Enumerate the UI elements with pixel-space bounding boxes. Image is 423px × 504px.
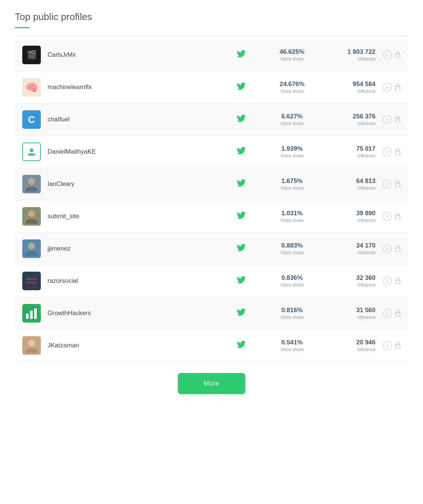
voice-share-value: 46.625% <box>268 48 316 56</box>
table-row: JKatzaman 0.541% Voice share 20 946 Infl… <box>15 330 408 362</box>
voice-share-value: 6.627% <box>268 113 316 120</box>
svg-rect-13 <box>396 248 400 252</box>
header-divider <box>15 36 408 36</box>
influence-block: 31 560 Influence <box>327 307 376 320</box>
svg-rect-14 <box>396 280 400 284</box>
voice-share-block: 0.541% Voice share <box>268 339 316 352</box>
influence-value: 39 890 <box>327 210 376 217</box>
voice-share-label: Voice share <box>268 347 316 352</box>
voice-share-label: Voice share <box>268 153 316 158</box>
lock-icon[interactable] <box>395 213 401 220</box>
voice-share-label: Voice share <box>268 186 316 191</box>
profile-username: GrowthHackers <box>41 310 237 317</box>
influence-block: 20 946 Influence <box>327 339 376 352</box>
voice-share-block: 6.627% Voice share <box>268 113 316 126</box>
influence-block: 954 584 Influence <box>327 81 376 94</box>
info-icon[interactable]: i <box>383 83 392 92</box>
influence-value: 64 813 <box>327 177 376 185</box>
voice-share-block: 0.836% Voice share <box>268 274 316 288</box>
lock-icon[interactable] <box>395 342 401 350</box>
action-icons: i <box>383 244 401 253</box>
influence-label: Influence <box>327 153 376 158</box>
svg-rect-21 <box>396 345 400 348</box>
voice-share-label: Voice share <box>268 121 316 126</box>
influence-value: 20 946 <box>327 339 376 346</box>
influence-block: 1 803 722 Influence <box>327 48 376 62</box>
info-icon[interactable]: i <box>383 147 392 156</box>
svg-rect-15 <box>26 314 29 319</box>
info-icon[interactable]: i <box>383 50 392 59</box>
svg-rect-18 <box>396 312 400 316</box>
info-icon[interactable]: i <box>383 276 392 285</box>
profile-username: DanielMaithyaKE <box>41 148 237 156</box>
avatar: 🧠 <box>22 78 41 96</box>
lock-icon[interactable] <box>395 51 401 59</box>
svg-point-9 <box>28 210 35 217</box>
more-button[interactable]: More <box>178 373 245 394</box>
twitter-icon <box>237 244 246 253</box>
avatar: 🎬 <box>22 46 41 64</box>
svg-point-12 <box>28 243 35 249</box>
twitter-icon <box>237 341 246 350</box>
influence-value: 34 170 <box>327 242 376 249</box>
info-icon[interactable]: i <box>383 341 392 350</box>
svg-point-3 <box>30 148 33 152</box>
influence-label: Influence <box>327 121 376 126</box>
influence-value: 256 376 <box>327 113 376 120</box>
action-icons: i <box>383 50 401 59</box>
lock-icon[interactable] <box>395 116 401 124</box>
info-icon[interactable]: i <box>383 180 392 189</box>
twitter-icon <box>237 115 246 124</box>
profile-username: IanCleary <box>41 180 237 188</box>
action-icons: i <box>383 83 401 92</box>
info-icon[interactable]: i <box>383 309 392 318</box>
lock-icon[interactable] <box>395 310 401 317</box>
voice-share-label: Voice share <box>268 218 316 223</box>
table-row: submit_site 1.031% Voice share 39 890 In… <box>15 200 408 233</box>
twitter-icon <box>237 82 246 92</box>
svg-rect-7 <box>396 183 400 187</box>
influence-value: 32 360 <box>327 274 376 282</box>
voice-share-label: Voice share <box>268 56 316 62</box>
svg-rect-4 <box>396 151 400 155</box>
profile-username: jjimenez <box>41 245 237 252</box>
svg-point-20 <box>28 340 35 346</box>
avatar: C <box>22 110 41 129</box>
lock-icon[interactable] <box>395 148 401 156</box>
avatar <box>22 207 41 226</box>
influence-label: Influence <box>327 218 376 223</box>
action-icons: i <box>383 276 401 285</box>
profile-username: CarlsJrMx <box>41 51 237 59</box>
voice-share-block: 1.031% Voice share <box>268 210 316 223</box>
influence-label: Influence <box>327 89 376 94</box>
avatar: RAZORSOCIAL <box>22 272 41 290</box>
avatar <box>22 239 41 258</box>
info-icon[interactable]: i <box>383 115 392 124</box>
lock-icon[interactable] <box>395 84 401 91</box>
profile-username: JKatzaman <box>41 342 237 349</box>
action-icons: i <box>383 115 401 124</box>
page-title: Top public profiles <box>15 11 408 23</box>
twitter-icon <box>237 147 246 157</box>
info-icon[interactable]: i <box>383 212 392 221</box>
voice-share-label: Voice share <box>268 315 316 320</box>
voice-share-block: 1.675% Voice share <box>268 177 316 191</box>
table-row: RAZORSOCIAL razorsocial 0.836% Voice sha… <box>15 265 408 297</box>
voice-share-block: 1.939% Voice share <box>268 145 316 158</box>
influence-label: Influence <box>327 347 376 352</box>
influence-block: 256 376 Influence <box>327 113 376 126</box>
voice-share-label: Voice share <box>268 282 316 288</box>
influence-block: 64 813 Influence <box>327 177 376 191</box>
influence-block: 75 017 Influence <box>327 145 376 158</box>
influence-value: 75 017 <box>327 145 376 153</box>
svg-rect-1 <box>396 86 400 90</box>
svg-rect-2 <box>396 119 400 122</box>
lock-icon[interactable] <box>395 180 401 188</box>
lock-icon[interactable] <box>395 277 401 285</box>
table-row: IanCleary 1.675% Voice share 64 813 Infl… <box>15 168 408 200</box>
voice-share-value: 24.676% <box>268 81 316 88</box>
voice-share-block: 0.883% Voice share <box>268 242 316 255</box>
lock-icon[interactable] <box>395 245 401 253</box>
info-icon[interactable]: i <box>383 244 392 253</box>
profile-username: chatfuel <box>41 116 237 123</box>
